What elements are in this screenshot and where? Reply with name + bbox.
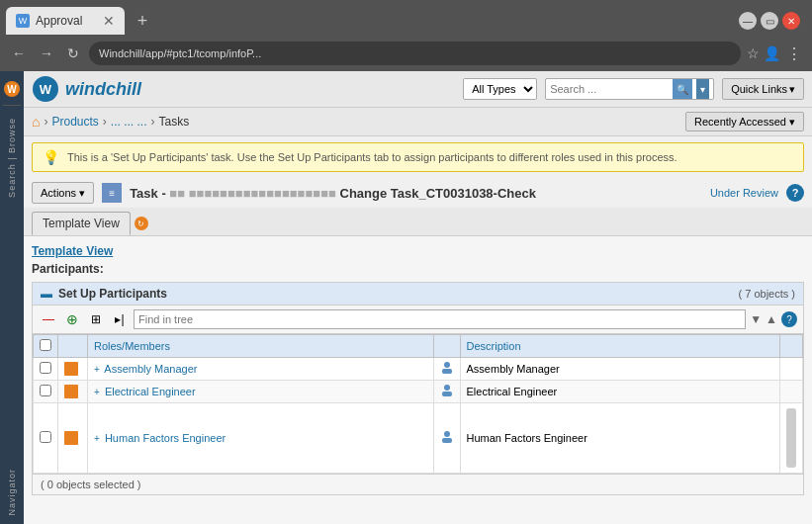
expand-button[interactable]: ⊞ <box>86 309 106 329</box>
collapse-icon[interactable]: ▬ <box>41 287 52 301</box>
tab-close-button[interactable]: ✕ <box>103 14 115 28</box>
find-tree-input[interactable] <box>134 309 746 329</box>
breadcrumb-section-link[interactable]: ... ... ... <box>111 115 147 129</box>
role-icon-3 <box>64 431 78 445</box>
quick-links-arrow: ▾ <box>789 83 795 96</box>
browser-menu-button[interactable]: ⋮ <box>784 43 804 65</box>
task-icon: ≡ <box>102 183 122 203</box>
tab-favicon: W <box>16 14 30 28</box>
breadcrumb-products-link[interactable]: Products <box>51 115 98 129</box>
scrollbar-cell-1 <box>780 358 803 381</box>
scrollbar-header <box>780 335 803 358</box>
quick-links-button[interactable]: Quick Links ▾ <box>722 78 804 100</box>
row-desc-icon-cell <box>433 381 460 403</box>
expand-icon-3[interactable]: + <box>94 433 100 444</box>
bookmark-button[interactable]: ☆ <box>747 45 760 61</box>
search-button[interactable]: 🔍 <box>673 79 692 99</box>
recently-accessed-button[interactable]: Recently Accessed ▾ <box>685 112 804 131</box>
task-title: Task - ■■ ■■■■■■■■■■■■■■■■■■■ Change Tas… <box>130 186 702 201</box>
type-header <box>58 335 88 358</box>
expand-icon-2[interactable]: + <box>94 387 100 397</box>
select-all-header[interactable] <box>34 335 58 358</box>
row-checkbox-cell <box>34 381 58 403</box>
description-header[interactable]: Description <box>460 335 779 358</box>
data-table: Roles/Members Description <box>33 334 803 474</box>
tab-refresh-icon[interactable]: ↻ <box>135 217 148 230</box>
section-title[interactable]: Template View <box>32 244 804 258</box>
participants-header: ▬ Set Up Participants ( 7 objects ) <box>33 283 803 306</box>
reload-button[interactable]: ↻ <box>63 44 83 63</box>
table-footer: ( 0 objects selected ) <box>33 474 803 494</box>
person-icon-1 <box>440 361 454 375</box>
forward-button[interactable]: → <box>36 44 57 63</box>
task-icon-label: ≡ <box>109 188 115 199</box>
window-maximize-button[interactable]: ▭ <box>761 12 778 30</box>
remove-button[interactable]: — <box>39 309 58 329</box>
breadcrumb: ⌂ › Products › ... ... ... › Tasks <box>32 114 189 130</box>
window-minimize-button[interactable]: — <box>739 12 757 30</box>
scrollbar-cell-2 <box>780 381 803 403</box>
row-type-cell <box>58 381 88 403</box>
select-all-checkbox[interactable] <box>40 339 51 351</box>
left-sidebar: W Search | Browse Navigator <box>0 71 24 524</box>
filter-button[interactable]: ▼ <box>750 312 762 326</box>
actions-label: Actions ▾ <box>41 187 85 200</box>
search-browse-label[interactable]: Search | Browse <box>7 118 17 198</box>
breadcrumb-current: Tasks <box>159 115 190 129</box>
person-icon-2 <box>440 384 454 397</box>
type-select[interactable]: All Types <box>463 78 537 100</box>
info-banner: 💡 This is a 'Set Up Participants' task. … <box>32 142 804 172</box>
browser-tab[interactable]: W Approval ✕ <box>6 7 125 35</box>
address-input[interactable] <box>89 42 741 65</box>
row-1-checkbox[interactable] <box>40 362 51 374</box>
search-dropdown-button[interactable]: ▾ <box>696 79 709 99</box>
svg-point-8 <box>444 431 450 437</box>
table-row: + Human Factors Engineer Human Factors E… <box>34 403 803 474</box>
tab-label: Approval <box>36 14 82 28</box>
svg-text:W: W <box>40 82 52 97</box>
windchill-sidebar-icon[interactable]: W <box>2 79 22 99</box>
breadcrumb-sep-2: › <box>103 115 107 129</box>
windchill-logo-svg: W <box>32 75 59 103</box>
actions-button[interactable]: Actions ▾ <box>32 182 94 204</box>
window-close-button[interactable]: ✕ <box>782 12 800 30</box>
row-2-checkbox[interactable] <box>40 385 51 396</box>
profile-button[interactable]: 👤 <box>764 45 780 61</box>
row-checkbox-cell <box>34 403 58 474</box>
help-button[interactable]: ? <box>786 184 804 202</box>
role-link-2[interactable]: Electrical Engineer <box>105 386 196 397</box>
row-role-cell: + Assembly Manager <box>88 358 434 381</box>
sort-button[interactable]: ▲ <box>766 312 777 326</box>
row-3-checkbox[interactable] <box>40 431 51 443</box>
sidebar-divider <box>3 105 21 106</box>
set-up-title: Set Up Participants <box>58 287 167 301</box>
row-desc-cell-2: Electrical Engineer <box>460 381 779 403</box>
info-icon: 💡 <box>43 149 59 165</box>
person-icon-3 <box>440 430 454 444</box>
search-container: 🔍 ▾ <box>545 78 714 100</box>
collapse-button[interactable]: ▸| <box>110 309 130 329</box>
role-link-1[interactable]: Assembly Manager <box>104 363 197 375</box>
help-table-button[interactable]: ? <box>781 311 797 327</box>
roles-members-header[interactable]: Roles/Members <box>88 335 434 358</box>
row-desc-icon-cell <box>433 358 460 381</box>
participants-section: ▬ Set Up Participants ( 7 objects ) — ⊕ … <box>32 282 804 495</box>
back-button[interactable]: ← <box>8 44 30 63</box>
svg-rect-7 <box>442 392 452 396</box>
tab-strip: Template View ↻ <box>24 208 812 236</box>
table-row: + Electrical Engineer Electrical Enginee… <box>34 381 803 403</box>
info-text: This is a 'Set Up Participants' task. Us… <box>67 151 677 163</box>
row-desc-cell-3: Human Factors Engineer <box>460 403 779 474</box>
expand-icon-1[interactable]: + <box>94 364 100 375</box>
svg-rect-5 <box>442 369 452 374</box>
navigator-label[interactable]: Navigator <box>7 469 17 516</box>
role-link-3[interactable]: Human Factors Engineer <box>105 432 226 444</box>
add-button[interactable]: ⊕ <box>62 309 82 329</box>
vertical-scrollbar[interactable] <box>786 408 796 468</box>
content-area: Template View Participants: ▬ Set Up Par… <box>24 236 812 524</box>
home-icon[interactable]: ⌂ <box>32 114 40 130</box>
table-toolbar: — ⊕ ⊞ ▸| ▼ ▲ ? <box>33 306 803 334</box>
search-input[interactable] <box>550 83 669 95</box>
new-tab-button[interactable]: + <box>129 7 156 35</box>
template-view-tab[interactable]: Template View <box>32 212 131 235</box>
